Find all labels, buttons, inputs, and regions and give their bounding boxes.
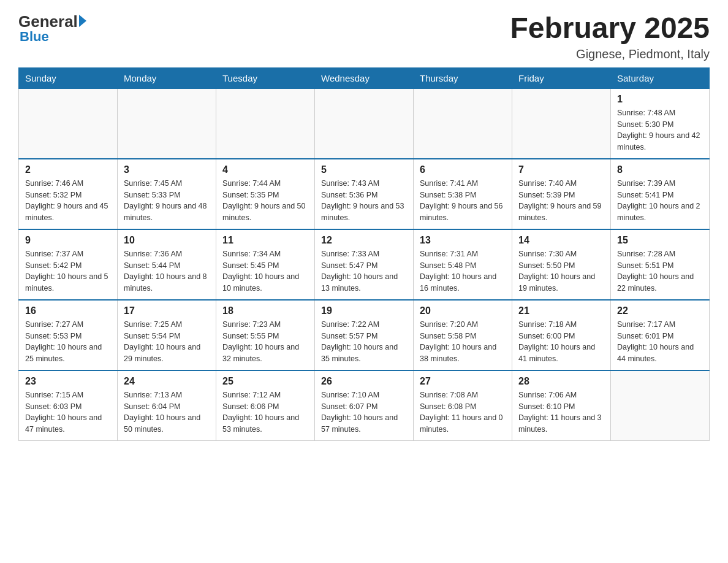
day-number: 13 [420,235,506,246]
calendar-cell-w5-d0: 23Sunrise: 7:15 AM Sunset: 6:03 PM Dayli… [19,370,118,441]
calendar-cell-w1-d4 [414,88,512,159]
day-number: 14 [518,235,604,246]
calendar-cell-w1-d0 [19,88,118,159]
calendar-title: February 2025 [510,12,710,45]
calendar-cell-w3-d4: 13Sunrise: 7:31 AM Sunset: 5:48 PM Dayli… [414,229,512,300]
header-wednesday: Wednesday [315,67,414,88]
title-block: February 2025 Gignese, Piedmont, Italy [510,12,710,61]
day-number: 19 [321,305,407,316]
day-number: 24 [124,376,210,387]
day-number: 26 [321,376,407,387]
calendar-subtitle: Gignese, Piedmont, Italy [510,47,710,61]
day-number: 15 [617,235,703,246]
day-number: 22 [617,305,703,316]
day-info: Sunrise: 7:41 AM Sunset: 5:38 PM Dayligh… [420,178,506,224]
calendar-cell-w4-d2: 18Sunrise: 7:23 AM Sunset: 5:55 PM Dayli… [216,300,315,370]
calendar-cell-w2-d1: 3Sunrise: 7:45 AM Sunset: 5:33 PM Daylig… [118,159,216,229]
day-info: Sunrise: 7:46 AM Sunset: 5:32 PM Dayligh… [25,178,111,224]
week-row-4: 16Sunrise: 7:27 AM Sunset: 5:53 PM Dayli… [19,300,710,370]
day-info: Sunrise: 7:10 AM Sunset: 6:07 PM Dayligh… [321,389,407,435]
header-sunday: Sunday [19,67,118,88]
header-saturday: Saturday [611,67,710,88]
calendar-cell-w3-d6: 15Sunrise: 7:28 AM Sunset: 5:51 PM Dayli… [611,229,710,300]
day-number: 17 [124,305,210,316]
day-info: Sunrise: 7:37 AM Sunset: 5:42 PM Dayligh… [25,248,111,294]
day-info: Sunrise: 7:13 AM Sunset: 6:04 PM Dayligh… [124,389,210,435]
calendar-cell-w3-d1: 10Sunrise: 7:36 AM Sunset: 5:44 PM Dayli… [118,229,216,300]
day-number: 6 [420,164,506,175]
day-info: Sunrise: 7:15 AM Sunset: 6:03 PM Dayligh… [25,389,111,435]
calendar-cell-w5-d5: 28Sunrise: 7:06 AM Sunset: 6:10 PM Dayli… [512,370,611,441]
logo: General Blue [18,12,88,45]
day-info: Sunrise: 7:33 AM Sunset: 5:47 PM Dayligh… [321,248,407,294]
calendar-cell-w2-d6: 8Sunrise: 7:39 AM Sunset: 5:41 PM Daylig… [611,159,710,229]
day-number: 10 [124,235,210,246]
day-number: 1 [617,94,703,105]
header-thursday: Thursday [414,67,512,88]
day-number: 20 [420,305,506,316]
day-number: 23 [25,376,111,387]
day-info: Sunrise: 7:31 AM Sunset: 5:48 PM Dayligh… [420,248,506,294]
day-number: 27 [420,376,506,387]
day-info: Sunrise: 7:06 AM Sunset: 6:10 PM Dayligh… [518,389,604,435]
day-number: 12 [321,235,407,246]
calendar-cell-w1-d5 [512,88,611,159]
day-info: Sunrise: 7:40 AM Sunset: 5:39 PM Dayligh… [518,178,604,224]
day-number: 8 [617,164,703,175]
calendar-cell-w1-d6: 1Sunrise: 7:48 AM Sunset: 5:30 PM Daylig… [611,88,710,159]
logo-triangle-icon [79,15,86,27]
calendar-cell-w4-d3: 19Sunrise: 7:22 AM Sunset: 5:57 PM Dayli… [315,300,414,370]
calendar-cell-w4-d1: 17Sunrise: 7:25 AM Sunset: 5:54 PM Dayli… [118,300,216,370]
calendar-cell-w3-d5: 14Sunrise: 7:30 AM Sunset: 5:50 PM Dayli… [512,229,611,300]
day-info: Sunrise: 7:22 AM Sunset: 5:57 PM Dayligh… [321,319,407,365]
header-friday: Friday [512,67,611,88]
day-info: Sunrise: 7:44 AM Sunset: 5:35 PM Dayligh… [222,178,308,224]
day-info: Sunrise: 7:18 AM Sunset: 6:00 PM Dayligh… [518,319,604,365]
calendar-cell-w4-d4: 20Sunrise: 7:20 AM Sunset: 5:58 PM Dayli… [414,300,512,370]
calendar-cell-w4-d5: 21Sunrise: 7:18 AM Sunset: 6:00 PM Dayli… [512,300,611,370]
day-number: 28 [518,376,604,387]
calendar-cell-w5-d2: 25Sunrise: 7:12 AM Sunset: 6:06 PM Dayli… [216,370,315,441]
day-info: Sunrise: 7:23 AM Sunset: 5:55 PM Dayligh… [222,319,308,365]
page-header: General Blue February 2025 Gignese, Pied… [18,12,710,61]
weekday-header-row: Sunday Monday Tuesday Wednesday Thursday… [19,67,710,88]
day-number: 4 [222,164,308,175]
day-info: Sunrise: 7:27 AM Sunset: 5:53 PM Dayligh… [25,319,111,365]
header-tuesday: Tuesday [216,67,315,88]
calendar-cell-w2-d5: 7Sunrise: 7:40 AM Sunset: 5:39 PM Daylig… [512,159,611,229]
calendar-cell-w2-d0: 2Sunrise: 7:46 AM Sunset: 5:32 PM Daylig… [19,159,118,229]
week-row-1: 1Sunrise: 7:48 AM Sunset: 5:30 PM Daylig… [19,88,710,159]
day-number: 21 [518,305,604,316]
week-row-2: 2Sunrise: 7:46 AM Sunset: 5:32 PM Daylig… [19,159,710,229]
day-info: Sunrise: 7:28 AM Sunset: 5:51 PM Dayligh… [617,248,703,294]
day-info: Sunrise: 7:20 AM Sunset: 5:58 PM Dayligh… [420,319,506,365]
day-number: 7 [518,164,604,175]
logo-blue-text: Blue [18,29,49,45]
calendar-cell-w5-d4: 27Sunrise: 7:08 AM Sunset: 6:08 PM Dayli… [414,370,512,441]
calendar-cell-w5-d6 [611,370,710,441]
day-number: 5 [321,164,407,175]
calendar-cell-w1-d3 [315,88,414,159]
day-info: Sunrise: 7:12 AM Sunset: 6:06 PM Dayligh… [222,389,308,435]
calendar-cell-w5-d1: 24Sunrise: 7:13 AM Sunset: 6:04 PM Dayli… [118,370,216,441]
day-number: 11 [222,235,308,246]
calendar-cell-w2-d4: 6Sunrise: 7:41 AM Sunset: 5:38 PM Daylig… [414,159,512,229]
day-info: Sunrise: 7:45 AM Sunset: 5:33 PM Dayligh… [124,178,210,224]
calendar-table: Sunday Monday Tuesday Wednesday Thursday… [18,67,710,441]
calendar-cell-w3-d3: 12Sunrise: 7:33 AM Sunset: 5:47 PM Dayli… [315,229,414,300]
day-info: Sunrise: 7:48 AM Sunset: 5:30 PM Dayligh… [617,107,703,153]
week-row-5: 23Sunrise: 7:15 AM Sunset: 6:03 PM Dayli… [19,370,710,441]
day-info: Sunrise: 7:39 AM Sunset: 5:41 PM Dayligh… [617,178,703,224]
day-info: Sunrise: 7:25 AM Sunset: 5:54 PM Dayligh… [124,319,210,365]
calendar-cell-w2-d3: 5Sunrise: 7:43 AM Sunset: 5:36 PM Daylig… [315,159,414,229]
day-info: Sunrise: 7:30 AM Sunset: 5:50 PM Dayligh… [518,248,604,294]
day-info: Sunrise: 7:17 AM Sunset: 6:01 PM Dayligh… [617,319,703,365]
day-number: 18 [222,305,308,316]
day-number: 16 [25,305,111,316]
week-row-3: 9Sunrise: 7:37 AM Sunset: 5:42 PM Daylig… [19,229,710,300]
calendar-cell-w3-d0: 9Sunrise: 7:37 AM Sunset: 5:42 PM Daylig… [19,229,118,300]
day-info: Sunrise: 7:36 AM Sunset: 5:44 PM Dayligh… [124,248,210,294]
calendar-cell-w5-d3: 26Sunrise: 7:10 AM Sunset: 6:07 PM Dayli… [315,370,414,441]
calendar-cell-w4-d6: 22Sunrise: 7:17 AM Sunset: 6:01 PM Dayli… [611,300,710,370]
day-number: 2 [25,164,111,175]
